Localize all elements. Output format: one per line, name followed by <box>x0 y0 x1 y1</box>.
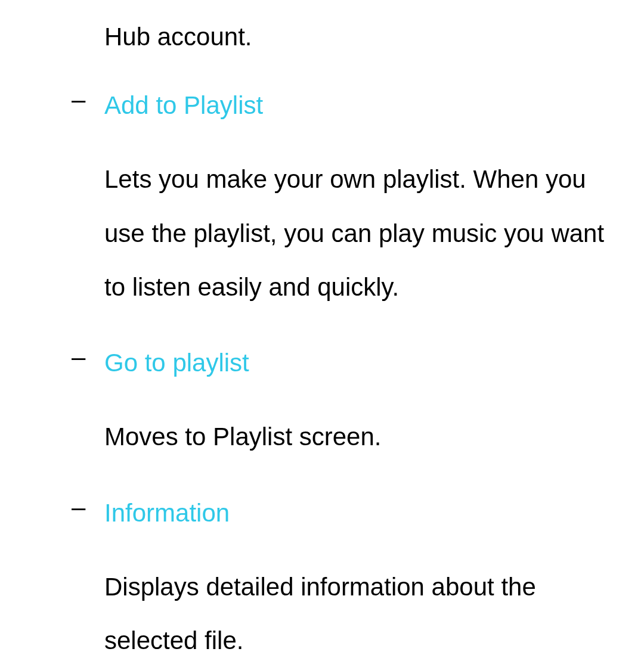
item-description: Moves to Playlist screen. <box>104 410 614 464</box>
item-description: Lets you make your own playlist. When yo… <box>104 153 614 314</box>
fragment-text: Hub account. <box>104 17 614 57</box>
item-title-information: Information <box>104 493 614 533</box>
dash-icon: – <box>72 493 85 522</box>
item-title-add-to-playlist: Add to Playlist <box>104 85 614 125</box>
item-title-go-to-playlist: Go to playlist <box>104 343 614 383</box>
list-item: – Add to Playlist Lets you make your own… <box>104 85 614 314</box>
dash-icon: – <box>72 343 85 371</box>
list-item: – Go to playlist Moves to Playlist scree… <box>104 343 614 464</box>
list-item: – Information Displays detailed informat… <box>104 493 614 658</box>
item-description: Displays detailed information about the … <box>104 560 614 658</box>
dash-icon: – <box>72 85 85 114</box>
